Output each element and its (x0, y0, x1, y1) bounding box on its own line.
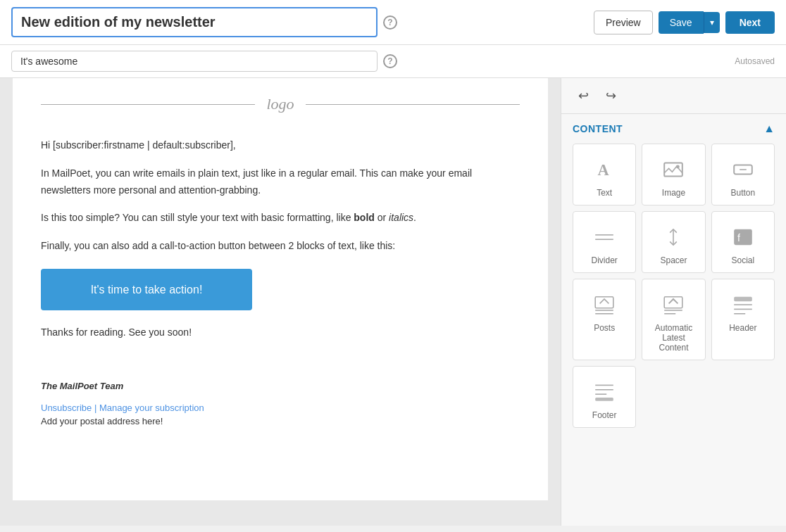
email-paragraph2: Is this too simple? You can still style … (41, 210, 520, 227)
svg-rect-16 (734, 297, 752, 301)
header-icon (732, 291, 754, 319)
save-button-group: Save ▾ (659, 11, 720, 34)
content-block-image[interactable]: Image (642, 144, 705, 205)
footer-links: Unsubscribe | Manage your subscription (41, 403, 520, 413)
posts-icon (593, 291, 616, 319)
svg-point-2 (676, 165, 680, 169)
main-container: logo Hi [subscriber:firstname | default:… (0, 78, 786, 526)
button-icon (732, 156, 754, 184)
newsletter-title-input[interactable] (11, 7, 378, 37)
button-label: Button (730, 188, 755, 198)
subheader-left: ? (11, 51, 397, 72)
email-greeting: Hi [subscriber:firstname | default:subsc… (41, 137, 520, 154)
p2-before: Is this too simple? You can still style … (41, 212, 354, 223)
content-block-posts[interactable]: Posts (573, 279, 636, 360)
sidebar-toolbar: ↩ ↪ (561, 78, 786, 114)
image-icon (662, 156, 685, 184)
team-name: The MailPoet Team (41, 381, 520, 391)
content-section: CONTENT ▲ ATextImageButtonDividerSpacerf… (561, 114, 786, 436)
email-content: Hi [subscriber:firstname | default:subsc… (13, 130, 548, 367)
email-paragraph1: In MailPoet, you can write emails in pla… (41, 165, 520, 199)
email-body: logo Hi [subscriber:firstname | default:… (13, 78, 548, 500)
header-label: Header (729, 323, 756, 333)
content-block-text[interactable]: AText (573, 144, 636, 205)
manage-subscription-link[interactable]: Manage your subscription (99, 403, 204, 413)
content-blocks-grid: ATextImageButtonDividerSpacerfSocialPost… (573, 144, 775, 428)
p2-bold: bold (354, 212, 375, 223)
title-help-icon[interactable]: ? (383, 15, 397, 30)
sidebar: ↩ ↪ CONTENT ▲ ATextImageButtonDividerSpa… (561, 78, 786, 526)
email-canvas: logo Hi [subscriber:firstname | default:… (0, 78, 561, 526)
text-icon: A (593, 156, 616, 184)
svg-rect-8 (734, 229, 752, 245)
social-icon: f (732, 223, 754, 251)
header-bar: ? Preview Save ▾ Next (0, 0, 786, 45)
divider-icon (593, 223, 616, 251)
content-block-automatic-latest-content[interactable]: Automatic Latest Content (642, 279, 705, 360)
next-button[interactable]: Next (725, 11, 775, 34)
content-block-divider[interactable]: Divider (573, 211, 636, 273)
redo-button[interactable]: ↪ (600, 85, 622, 106)
cta-button[interactable]: It's time to take action! (41, 269, 252, 310)
p2-after: . (413, 212, 416, 223)
content-block-header[interactable]: Header (711, 279, 775, 360)
email-logo-text: logo (266, 95, 294, 113)
save-button[interactable]: Save (659, 11, 704, 34)
content-section-title: CONTENT (573, 123, 623, 134)
subject-input[interactable] (11, 51, 378, 72)
email-paragraph3: Finally, you can also add a call-to-acti… (41, 238, 520, 255)
footer-icon (593, 378, 616, 406)
save-dropdown-button[interactable]: ▾ (704, 12, 720, 33)
email-thanks: Thanks for reading. See you soon! (41, 324, 520, 341)
content-block-button[interactable]: Button (711, 144, 775, 205)
automatic-latest-content-label: Automatic Latest Content (648, 323, 699, 353)
content-block-footer[interactable]: Footer (573, 366, 636, 428)
posts-label: Posts (594, 323, 615, 333)
logo-line-right (306, 104, 520, 105)
header-left: ? (11, 7, 397, 37)
content-section-header: CONTENT ▲ (573, 122, 775, 135)
undo-button[interactable]: ↩ (573, 85, 594, 106)
footer-label: Footer (592, 410, 617, 420)
p2-italic: italics (389, 212, 413, 223)
image-label: Image (662, 188, 685, 198)
p2-between: or (375, 212, 389, 223)
preview-button[interactable]: Preview (594, 11, 653, 34)
footer-address: Add your postal address here! (41, 416, 520, 426)
content-block-spacer[interactable]: Spacer (642, 211, 705, 273)
header-right: Preview Save ▾ Next (594, 11, 775, 34)
content-block-social[interactable]: fSocial (711, 211, 775, 273)
svg-rect-23 (595, 398, 613, 401)
automatic-latest-content-icon (662, 291, 685, 319)
logo-line-left (41, 104, 255, 105)
divider-label: Divider (591, 255, 617, 265)
email-footer: The MailPoet Team Unsubscribe | Manage y… (13, 367, 548, 441)
unsubscribe-link[interactable]: Unsubscribe (41, 403, 92, 413)
autosaved-label: Autosaved (735, 56, 775, 66)
spacer-label: Spacer (660, 255, 687, 265)
spacer-icon (662, 223, 685, 251)
subject-help-icon[interactable]: ? (383, 54, 397, 68)
svg-text:A: A (598, 161, 609, 179)
email-logo-section: logo (13, 78, 548, 130)
footer-separator: | (92, 403, 99, 413)
content-collapse-icon[interactable]: ▲ (763, 122, 775, 135)
text-label: Text (597, 188, 612, 198)
social-label: Social (731, 255, 754, 265)
subheader-bar: ? Autosaved (0, 45, 786, 78)
